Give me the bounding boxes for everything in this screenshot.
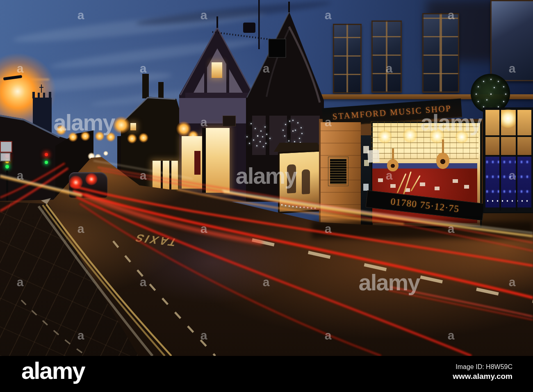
alamy-watermark-mini: a [448,8,455,22]
alamy-watermark-mini: a [325,115,332,129]
alamy-watermark-mini: a [17,169,24,182]
stock-photo-stamford-street-dusk: STAMFORD MUSIC SHOP 01780 75·12·75 [0,0,533,392]
alamy-watermark-mini: a [140,169,147,182]
alamy-watermark-mini: a [509,275,516,289]
alamy-watermark-mini: a [448,328,455,342]
alamy-watermark-mini: a [325,222,332,236]
image-id-text: Image ID: H8W59C [453,363,512,371]
alamy-watermark-mini: a [17,62,24,75]
alamy-watermark-mini: a [509,169,516,182]
alamy-footer-bar: alamy Image ID: H8W59C www.alamy.com [0,356,533,392]
alamy-watermark-mini: a [448,222,455,236]
alamy-watermark: alamy [421,109,482,136]
alamy-watermark-mini: a [200,115,207,129]
alamy-logo: alamy [21,357,84,384]
alamy-watermark-mini: a [200,328,207,342]
alamy-url-text: www.alamy.com [453,372,512,381]
footer-credits: Image ID: H8W59C www.alamy.com [453,363,512,381]
alamy-watermark-mini: a [386,62,393,75]
alamy-watermark-mini: a [140,62,147,75]
alamy-watermark-mini: a [77,8,84,22]
alamy-watermark-mini: a [200,222,207,236]
alamy-watermark-mini: a [325,328,332,342]
alamy-watermark-mini: a [325,8,332,22]
alamy-watermark-mini: a [263,62,270,75]
alamy-watermark-mini: a [77,328,84,342]
alamy-watermark: alamy [359,269,420,296]
alamy-watermark-mini: a [263,275,270,289]
alamy-watermark: alamy [54,109,115,136]
alamy-watermark-mini: a [200,8,207,22]
alamy-watermark: alamy [236,162,297,189]
alamy-watermark-mini: a [140,275,147,289]
watermark-layer: aaaaaaaaaaaaaaaaaaaaaaaaaaaalamyalamyala… [0,0,533,356]
alamy-watermark-mini: a [17,275,24,289]
alamy-watermark-mini: a [509,62,516,75]
alamy-watermark-mini: a [386,169,393,182]
alamy-watermark-mini: a [77,222,84,236]
